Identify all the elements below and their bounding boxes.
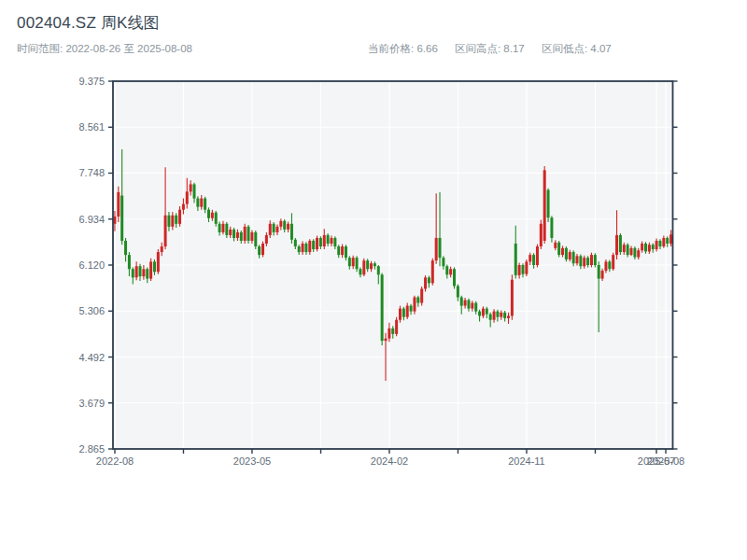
- candle: [395, 317, 398, 337]
- x-tick-label: 2024-11: [508, 455, 545, 467]
- y-tick-label: 3.679: [78, 398, 105, 409]
- candle: [619, 233, 622, 255]
- y-tick-label: 5.306: [78, 305, 105, 316]
- kline-page: { "header": { "title": "002404.SZ 周K线图",…: [0, 0, 747, 560]
- x-tick-label: 2024-02: [371, 455, 408, 467]
- y-tick-label: 9.375: [78, 76, 105, 87]
- candle: [244, 224, 247, 244]
- candle: [547, 189, 550, 222]
- kline-chart: 9.3758.5617.7486.9346.1205.3064.4923.679…: [0, 0, 747, 560]
- candle: [612, 253, 614, 271]
- x-tick-label: 2022-08: [96, 455, 134, 467]
- candle: [543, 166, 546, 244]
- candle: [540, 220, 543, 249]
- y-tick-label: 6.934: [78, 214, 105, 225]
- y-tick-label: 8.561: [78, 121, 105, 133]
- y-tick-label: 2.865: [78, 443, 105, 455]
- candle: [536, 245, 539, 268]
- y-tick-label: 6.120: [78, 259, 105, 271]
- candle: [557, 241, 560, 258]
- candle: [565, 246, 568, 261]
- x-tick-label: 2023-05: [233, 455, 271, 467]
- y-tick-label: 7.748: [78, 167, 105, 178]
- candle: [453, 267, 456, 288]
- candle: [381, 273, 384, 344]
- candle: [420, 287, 423, 306]
- candle: [362, 259, 365, 276]
- candle: [511, 274, 514, 319]
- candle: [157, 249, 160, 274]
- candle: [431, 259, 434, 286]
- candle: [149, 259, 152, 281]
- candle: [316, 236, 318, 252]
- x-tick-label: 2025-08: [647, 455, 684, 467]
- candle: [525, 259, 528, 276]
- y-tick-label: 4.492: [78, 352, 105, 363]
- candle: [261, 242, 264, 258]
